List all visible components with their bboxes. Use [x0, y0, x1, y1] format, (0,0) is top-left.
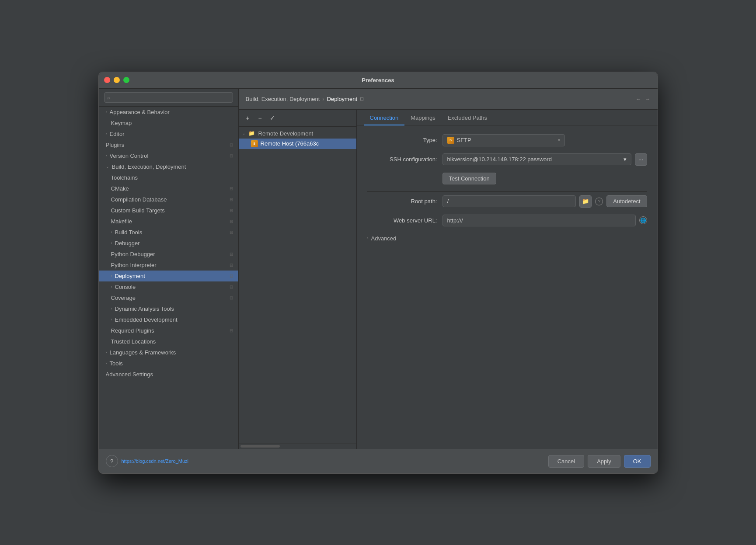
type-row: Type: S SFTP ▾ [367, 134, 647, 146]
chevron-icon: › [111, 317, 112, 322]
sidebar-item-python-debugger[interactable]: Python Debugger ⊟ [99, 249, 238, 260]
tree-item-remote-development[interactable]: ⌄ 📁 Remote Development [239, 128, 356, 139]
help-button[interactable]: ? [106, 455, 118, 467]
forward-icon[interactable]: → [645, 96, 651, 102]
add-button[interactable]: + [242, 112, 254, 124]
sidebar-item-label: Debugger [115, 240, 140, 246]
sidebar-item-label: Appearance & Behavior [110, 109, 170, 115]
sidebar-item-embedded-dev[interactable]: › Embedded Development [99, 314, 238, 325]
sidebar-item-plugins[interactable]: Plugins ⊟ [99, 139, 238, 150]
tree-scrollbar[interactable] [239, 444, 356, 449]
sidebar-item-advanced-settings[interactable]: Advanced Settings [99, 369, 238, 380]
sidebar-item-python-interpreter[interactable]: Python Interpreter ⊟ [99, 260, 238, 271]
remove-button[interactable]: − [254, 112, 266, 124]
test-connection-row: Test Connection [367, 173, 647, 184]
ssh-value: hikversion@10.214.149.178:22 password [447, 156, 552, 163]
sidebar-item-label: Advanced Settings [106, 371, 153, 378]
tree-chevron-icon: ⌄ [242, 131, 246, 135]
sidebar-item-label: Trusted Locations [111, 338, 156, 345]
root-path-row: Root path: 📁 ? Autodetect [367, 195, 647, 208]
close-button[interactable] [104, 77, 110, 83]
badge-icon: ⊟ [230, 285, 233, 289]
type-value: SFTP [457, 137, 471, 143]
sidebar-item-label: Required Plugins [111, 327, 154, 334]
sidebar-item-label: CMake [111, 185, 129, 192]
minimize-button[interactable] [114, 77, 120, 83]
web-server-input[interactable] [442, 215, 636, 226]
sidebar-item-keymap[interactable]: Keymap [99, 118, 238, 128]
type-label: Type: [367, 137, 437, 143]
test-connection-button[interactable]: Test Connection [442, 173, 496, 184]
sidebar-item-label: Coverage [111, 295, 136, 301]
tree-toolbar: + − ✓ [239, 110, 356, 127]
breadcrumb-separator: › [322, 96, 324, 102]
check-button[interactable]: ✓ [267, 112, 278, 124]
tree-item-remote-host[interactable]: S Remote Host (766a63c [239, 139, 356, 149]
badge-icon: ⊟ [230, 186, 233, 191]
sidebar-item-languages-frameworks[interactable]: › Languages & Frameworks [99, 347, 238, 358]
ssh-select[interactable]: hikversion@10.214.149.178:22 password ▾ [442, 153, 631, 165]
badge-icon: ⊟ [230, 208, 233, 213]
ssh-control: hikversion@10.214.149.178:22 password ▾ … [442, 153, 647, 166]
badge-icon: ⊟ [230, 328, 233, 333]
form-divider [367, 191, 647, 192]
tree-content: ⌄ 📁 Remote Development S Remote Host (76… [239, 127, 356, 444]
chevron-icon: › [106, 132, 107, 136]
web-server-row: Web server URL: 🌐 [367, 215, 647, 226]
badge-icon: ⊟ [230, 295, 233, 300]
sidebar-item-trusted-locations[interactable]: Trusted Locations [99, 336, 238, 347]
sidebar-item-required-plugins[interactable]: Required Plugins ⊟ [99, 325, 238, 336]
sidebar-item-makefile[interactable]: Makefile ⊟ [99, 216, 238, 227]
sidebar-item-label: Makefile [111, 218, 132, 225]
sidebar-item-appearance[interactable]: › Appearance & Behavior [99, 107, 238, 118]
deployment-body: + − ✓ ⌄ 📁 Remote Development S [239, 110, 658, 449]
sidebar-item-console[interactable]: › Console ⊟ [99, 281, 238, 292]
breadcrumb: Build, Execution, Deployment › Deploymen… [246, 96, 364, 102]
autodetect-button[interactable]: Autodetect [606, 195, 647, 207]
main-content: ⌕ › Appearance & Behavior Keymap › Edito… [99, 89, 658, 449]
sidebar-item-cmake[interactable]: CMake ⊟ [99, 183, 238, 194]
chevron-icon: › [106, 153, 107, 158]
sidebar-item-label: Toolchains [111, 174, 138, 181]
back-icon[interactable]: ← [636, 96, 641, 102]
sidebar-item-label: Build Tools [115, 229, 143, 236]
bottom-bar: ? https://blog.csdn.net/Zero_Muzi Cancel… [99, 449, 658, 473]
sidebar-item-tools[interactable]: › Tools [99, 358, 238, 369]
ssh-ellipsis-button[interactable]: ··· [635, 153, 647, 166]
tab-connection[interactable]: Connection [364, 111, 405, 125]
sidebar-list: › Appearance & Behavior Keymap › Editor … [99, 107, 238, 449]
sidebar-item-label: Console [115, 284, 136, 290]
sidebar-item-deployment[interactable]: › Deployment ⊟ [99, 271, 238, 281]
sidebar-item-label: Dynamic Analysis Tools [115, 305, 174, 312]
ok-button[interactable]: OK [624, 455, 651, 468]
type-select[interactable]: S SFTP ▾ [442, 134, 565, 146]
advanced-label: Advanced [371, 235, 397, 242]
tab-mappings[interactable]: Mappings [404, 111, 441, 125]
sidebar-item-dynamic-analysis[interactable]: › Dynamic Analysis Tools [99, 303, 238, 314]
sidebar-item-label: Plugins [106, 142, 125, 148]
sidebar-item-build-tools[interactable]: › Build Tools ⊟ [99, 227, 238, 238]
sidebar-item-build-exec-deploy[interactable]: ⌄ Build, Execution, Deployment [99, 161, 238, 172]
tree-item-label: Remote Host (766a63c [261, 140, 319, 147]
sidebar-item-version-control[interactable]: › Version Control ⊟ [99, 150, 238, 161]
tab-excluded-paths[interactable]: Excluded Paths [442, 111, 493, 125]
panel-header: Build, Execution, Deployment › Deploymen… [239, 89, 658, 110]
badge-icon: ⊟ [230, 230, 233, 235]
sidebar-item-label: Editor [110, 131, 125, 137]
maximize-button[interactable] [123, 77, 129, 83]
folder-browse-button[interactable]: 📁 [579, 195, 592, 208]
sidebar-item-debugger[interactable]: › Debugger [99, 238, 238, 249]
cancel-button[interactable]: Cancel [548, 455, 584, 468]
root-path-input[interactable] [442, 195, 576, 207]
sidebar-item-coverage[interactable]: Coverage ⊟ [99, 292, 238, 303]
right-panel: Build, Execution, Deployment › Deploymen… [239, 89, 658, 449]
advanced-toggle[interactable]: › Advanced [367, 233, 647, 243]
sidebar-item-editor[interactable]: › Editor [99, 128, 238, 139]
sidebar-item-compilation-db[interactable]: Compilation Database ⊟ [99, 194, 238, 205]
root-path-help-icon[interactable]: ? [595, 198, 603, 205]
search-input[interactable] [104, 92, 233, 103]
breadcrumb-settings-icon: ⊟ [360, 96, 364, 102]
sidebar-item-toolchains[interactable]: Toolchains [99, 172, 238, 183]
apply-button[interactable]: Apply [588, 455, 620, 468]
sidebar-item-custom-build[interactable]: Custom Build Targets ⊟ [99, 205, 238, 216]
